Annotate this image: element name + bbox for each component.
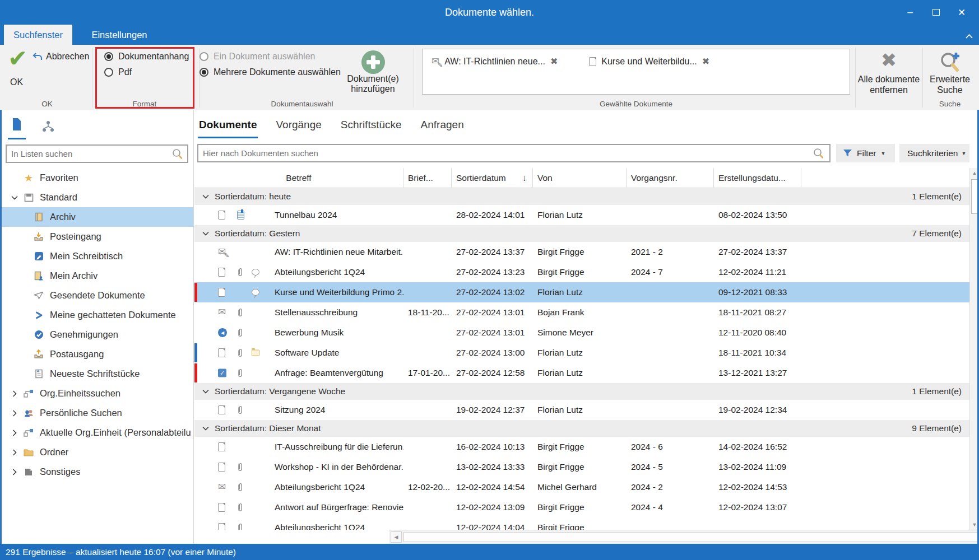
remove-chip-icon[interactable]: ✖ (702, 56, 709, 67)
chevron-right-icon[interactable] (9, 449, 20, 456)
tab-vorgaenge[interactable]: Vorgänge (275, 114, 322, 138)
ribbon-tabstrip: Suchfenster Einstellungen (0, 25, 979, 45)
remove-chip-icon[interactable]: ✖ (550, 56, 558, 67)
document-icon (218, 442, 225, 451)
misc-icon (22, 468, 35, 477)
scroll-left-icon: ◀ (395, 534, 398, 540)
chevron-right-icon[interactable] (9, 469, 20, 475)
maximize-button[interactable] (923, 0, 949, 25)
selected-document-chip[interactable]: Kurse und Weiterbildu... ✖ (589, 56, 709, 67)
cancel-button[interactable]: Abbrechen (33, 52, 89, 62)
org-chart-icon (22, 428, 35, 437)
plus-circle-icon (361, 50, 385, 74)
folder-page-icon (252, 350, 259, 356)
selected-documents-box: AW: IT-Richtlinien neue... ✖ Kurse und W… (422, 49, 850, 95)
sidebar-item-favoriten[interactable]: Favoriten (0, 168, 193, 188)
chevron-right-icon[interactable] (9, 410, 20, 417)
table-row[interactable]: IT-Ausschreibung für die Lieferun... 16-… (194, 437, 969, 457)
minimize-button[interactable]: – (897, 0, 923, 25)
column-header-brief[interactable]: Brief... (403, 168, 452, 188)
sidebar-tab-org[interactable] (38, 118, 58, 139)
table-row[interactable]: Sitzung 2024 19-02-2024 12:37 Florian Lu… (194, 400, 969, 420)
sidebar-tab-lists[interactable] (8, 115, 26, 139)
horizontal-scrollbar[interactable]: ◀ ▶ (389, 530, 979, 544)
chevron-right-icon[interactable] (9, 390, 20, 397)
table-row[interactable]: AW: IT-Richtlinien neue Mitarbeit... 27-… (194, 242, 969, 262)
table-row[interactable]: Antwort auf Bürgerfrage: Renovie... 12-0… (194, 497, 969, 517)
sidebar-item-sonstiges[interactable]: Sonstiges (0, 462, 193, 482)
sidebar-item-archiv[interactable]: Archiv (0, 207, 193, 227)
group-header[interactable]: Sortierdatum: heute 1 Element(e) (194, 188, 969, 205)
desk-icon (33, 251, 45, 261)
group-caption-ok: OK (41, 100, 53, 108)
table-row[interactable]: Stellenausschreibung 18-11-20... 27-02-2… (194, 302, 969, 323)
star-icon (22, 173, 35, 183)
column-header-von[interactable]: Von (533, 168, 627, 188)
table-row[interactable]: Abteilungsbericht 1Q24 27-02-2024 13:23 … (194, 262, 969, 282)
close-button[interactable]: ✕ (949, 0, 975, 25)
sidebar-item-gesendete-dokumente[interactable]: Gesendete Dokumente (0, 286, 193, 305)
sidebar-item-mein-archiv[interactable]: Mein Archiv (0, 266, 193, 286)
chevron-down-icon (202, 231, 209, 236)
radio-unselected-icon (199, 52, 208, 61)
sidebar-item-gechattete-dokumente[interactable]: Meine gechatteten Dokumente (0, 305, 193, 325)
column-header-sortierdatum[interactable]: Sortierdatum ↓ (452, 168, 533, 188)
selected-document-chip[interactable]: AW: IT-Richtlinien neue... ✖ (431, 56, 558, 67)
paperclip-icon (237, 523, 243, 530)
sidebar-tree: Favoriten Standard Archiv Posteingang (0, 168, 193, 482)
paperclip-icon (237, 368, 243, 378)
table-row-partial[interactable]: Abteilungsbericht 1Q24 12-02-2024 14:04 … (194, 517, 969, 530)
scroll-left-button[interactable]: ◀ (391, 531, 402, 543)
ribbon: ✔ OK Abbrechen OK Dokumentanhang Pdf For… (0, 45, 979, 110)
radio-ein-dokument[interactable]: Ein Dokument auswählen (199, 52, 341, 62)
table-row[interactable]: Anfrage: Beamtenvergütung 17-01-20... 27… (194, 363, 969, 383)
chevron-right-icon[interactable] (9, 430, 20, 436)
column-header-vorgangsnr[interactable]: Vorgangsnr. (627, 168, 714, 188)
tab-schriftstuecke[interactable]: Schriftstücke (340, 114, 403, 138)
group-count: 9 Element(e) (912, 423, 962, 433)
document-icon (218, 288, 225, 297)
radio-mehrere-dokumente[interactable]: Mehrere Dokumente auswählen (199, 67, 341, 77)
sidebar-item-standard[interactable]: Standard (0, 188, 193, 207)
table-row[interactable]: Abteilungsbericht 1Q24 12-02-20... 12-02… (194, 477, 969, 497)
table-row[interactable]: Tunnelbau 2024 28-02-2024 14:01 Florian … (194, 205, 969, 225)
suchkriterien-button[interactable]: Suchkriterien ▼ (899, 144, 969, 162)
group-header[interactable]: Sortierdatum: Gestern 7 Element(e) (194, 225, 969, 242)
sidebar-item-aktuelle-org-einheit[interactable]: Aktuelle Org.Einheit (Personalabteilu (0, 423, 193, 442)
column-header-betreff[interactable]: Betreff (194, 168, 403, 188)
sidebar-item-persoenliche-suchen[interactable]: Persönliche Suchen (0, 403, 193, 423)
chevron-down-icon (202, 389, 209, 394)
document-icon (218, 211, 225, 220)
table-row[interactable]: Software Update 27-02-2024 13:00 Florian… (194, 343, 969, 363)
table-row-selected[interactable]: Kurse und Weiterbildung Primo 2... 27-02… (194, 282, 969, 302)
collapse-ribbon-button[interactable] (965, 31, 973, 41)
sidebar-search-input[interactable] (7, 149, 171, 158)
sidebar-item-postausgang[interactable]: Postausgang (0, 344, 193, 364)
tab-suchfenster[interactable]: Suchfenster (4, 25, 72, 45)
add-documents-button[interactable]: Dokument(e) hinzufügen (335, 50, 411, 94)
paperclip-icon (237, 463, 243, 472)
scroll-down-icon: ▼ (972, 522, 977, 528)
sidebar-item-neueste-schriftstuecke[interactable]: Neueste Schriftstücke (0, 364, 193, 384)
sidebar-item-ordner[interactable]: Ordner (0, 442, 193, 462)
column-header-erstellungsdatum[interactable]: Erstellungsdatu... (714, 168, 801, 188)
group-caption-gewaehlte-dokumente: Gewählte Dokumente (600, 100, 672, 108)
ok-button-label: OK (10, 77, 23, 87)
group-header[interactable]: Sortierdatum: Dieser Monat 9 Element(e) (194, 420, 969, 437)
table-row[interactable]: Workshop - KI in der Behördenar... 13-02… (194, 457, 969, 477)
tab-anfragen[interactable]: Anfragen (420, 114, 465, 138)
document-search-input[interactable] (198, 148, 813, 158)
chevron-down-icon[interactable] (9, 195, 20, 200)
sidebar-item-genehmigungen[interactable]: Genehmigungen (0, 325, 193, 344)
group-header[interactable]: Sortierdatum: Vergangene Woche 1 Element… (194, 383, 969, 400)
horizontal-scroll-thumb[interactable] (403, 532, 979, 542)
sidebar-item-mein-schreibtisch[interactable]: Mein Schreibtisch (0, 246, 193, 266)
filter-button[interactable]: Filter ▼ (836, 144, 895, 162)
tab-dokumente[interactable]: Dokumente (198, 114, 258, 138)
minimize-icon: – (907, 7, 912, 18)
table-row[interactable]: Bewerbung Musik 27-02-2024 13:01 Simone … (194, 323, 969, 343)
sidebar-item-org-einheitssuchen[interactable]: Org.Einheitssuchen (0, 384, 193, 403)
sidebar-item-posteingang[interactable]: Posteingang (0, 227, 193, 246)
tab-einstellungen[interactable]: Einstellungen (83, 25, 156, 45)
group-count: 1 Element(e) (912, 386, 962, 396)
